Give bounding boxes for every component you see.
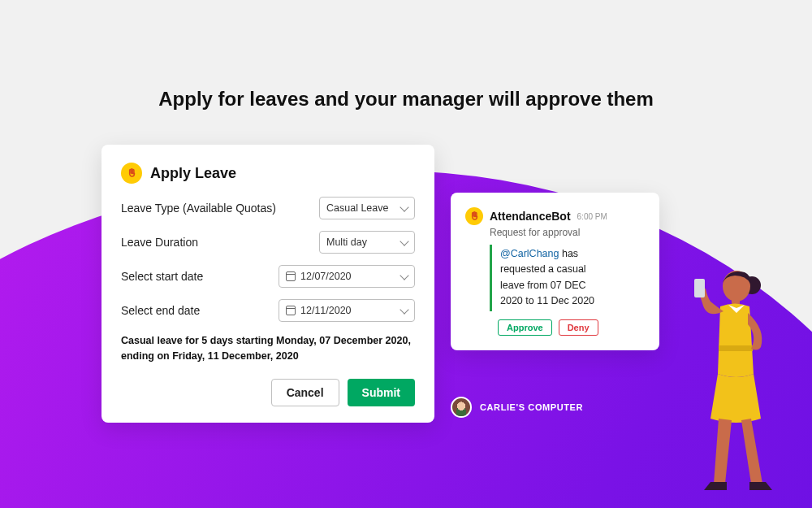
bot-name: AttendanceBot [490, 210, 571, 223]
end-date-label: Select end date [121, 304, 279, 317]
start-date-label: Select start date [121, 270, 279, 283]
chevron-down-icon [400, 202, 408, 211]
duration-row: Leave Duration Multi day [121, 231, 415, 254]
leave-summary-text: Casual leave for 5 days starting Monday,… [121, 333, 415, 364]
end-date-row: Select end date 12/11/2020 [121, 299, 415, 322]
leave-type-row: Leave Type (Available Quotas) Casual Lea… [121, 197, 415, 219]
approve-button[interactable]: Approve [498, 319, 552, 336]
user-device-label: CARLIE'S COMPUTER [480, 402, 583, 412]
end-date-value: 12/11/2020 [300, 305, 352, 316]
bot-header: AttendanceBot 6:00 PM [465, 207, 645, 225]
approval-message: @CarlChang has requested a casual leave … [490, 245, 603, 311]
attendancebot-card: AttendanceBot 6:00 PM Request for approv… [451, 193, 659, 350]
avatar [451, 397, 472, 418]
apply-leave-card: Apply Leave Leave Type (Available Quotas… [102, 145, 434, 423]
apply-leave-title-row: Apply Leave [121, 163, 415, 184]
apply-actions: Cancel Submit [121, 379, 415, 406]
start-date-value: 12/07/2020 [300, 271, 352, 282]
user-device-row: CARLIE'S COMPUTER [451, 397, 583, 418]
start-date-input[interactable]: 12/07/2020 [279, 265, 415, 288]
duration-value: Multi day [326, 237, 367, 248]
calendar-icon [286, 271, 296, 281]
svg-rect-3 [719, 345, 753, 351]
duration-label: Leave Duration [121, 236, 319, 249]
apply-leave-title: Apply Leave [150, 165, 236, 182]
leave-type-value: Casual Leave [326, 202, 388, 214]
hand-icon [121, 163, 142, 184]
end-date-input[interactable]: 12/11/2020 [279, 299, 415, 322]
chevron-down-icon [400, 271, 408, 280]
chevron-down-icon [400, 305, 408, 314]
chevron-down-icon [400, 237, 408, 245]
deny-button[interactable]: Deny [559, 319, 598, 336]
leave-type-label: Leave Type (Available Quotas) [121, 202, 319, 215]
submit-button[interactable]: Submit [348, 379, 415, 406]
bot-subtitle: Request for approval [490, 227, 645, 238]
woman-illustration [670, 256, 784, 500]
user-mention[interactable]: @CarlChang [500, 248, 559, 259]
hand-icon [465, 207, 483, 225]
bot-timestamp: 6:00 PM [577, 212, 607, 221]
page-heading: Apply for leaves and your manager will a… [0, 88, 812, 111]
svg-rect-4 [694, 279, 705, 297]
duration-select[interactable]: Multi day [319, 231, 415, 254]
calendar-icon [286, 306, 296, 315]
start-date-row: Select start date 12/07/2020 [121, 265, 415, 288]
approval-actions: Approve Deny [498, 319, 645, 336]
leave-type-select[interactable]: Casual Leave [319, 197, 415, 219]
cancel-button[interactable]: Cancel [271, 379, 339, 406]
